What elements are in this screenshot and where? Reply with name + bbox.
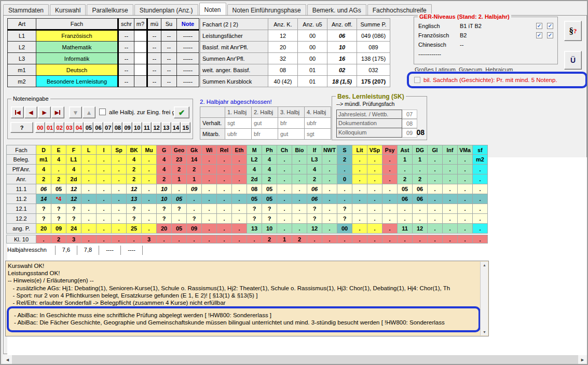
grade-cell-112-Rel[interactable]: . bbox=[217, 194, 232, 204]
grade-cell-112-Gl[interactable]: . bbox=[428, 194, 443, 204]
grade-cell-122-D[interactable]: ? bbox=[36, 214, 51, 224]
grade-cell-112-Mu[interactable]: . bbox=[142, 194, 157, 204]
grade-cell-111-I[interactable]: . bbox=[97, 184, 112, 194]
grade-cell-111-NWT[interactable]: . bbox=[322, 184, 337, 194]
grade-cell-121-Geo[interactable]: ? bbox=[172, 204, 187, 214]
grade-cell-111-Psy[interactable]: . bbox=[382, 184, 398, 194]
grade-cell-121-F[interactable]: ? bbox=[66, 204, 81, 214]
grade-cell-121-E[interactable]: ? bbox=[51, 204, 66, 214]
subject-name-cell[interactable]: Deutsch bbox=[36, 64, 118, 76]
grade-cell-111-S[interactable]: . bbox=[337, 184, 352, 194]
grade-button-12[interactable]: 12 bbox=[152, 122, 161, 133]
grade-cell-121-Mu[interactable]: . bbox=[142, 204, 157, 214]
grade-button-14[interactable]: 14 bbox=[171, 122, 181, 133]
grade-button-13[interactable]: 13 bbox=[161, 122, 171, 133]
grade-cell-122-M[interactable]: ? bbox=[247, 214, 262, 224]
grade-cell-111-Eth[interactable]: . bbox=[232, 184, 247, 194]
oral-exam-cell[interactable]: -- bbox=[147, 53, 161, 64]
grade-cell-111-Gk[interactable]: 09 bbox=[187, 184, 202, 194]
ger-checkbox[interactable]: ✓ bbox=[536, 23, 542, 29]
grade-cell-122-Bio[interactable]: . bbox=[292, 214, 307, 224]
oral-exam-cell[interactable]: -- bbox=[147, 76, 161, 87]
grade-cell-121-DG[interactable]: . bbox=[413, 204, 428, 214]
grade-cell-111-sf[interactable]: . bbox=[473, 184, 488, 194]
grade-cell-121-BK[interactable]: ? bbox=[127, 204, 142, 214]
grade-cell-122-Ph[interactable]: ? bbox=[262, 214, 277, 224]
tab-stundenplan-anz-[interactable]: Stundenplan (Anz.) bbox=[134, 4, 198, 15]
oral-question-cell[interactable] bbox=[134, 64, 147, 76]
grade-cell-112-I[interactable]: . bbox=[97, 194, 112, 204]
grade-cell-111-Wi[interactable]: . bbox=[202, 184, 217, 194]
grade-cell-122-Wi[interactable]: . bbox=[202, 214, 217, 224]
ger-checkbox[interactable]: ✓ bbox=[547, 23, 553, 29]
scroll-left-icon[interactable]: ◄ bbox=[3, 355, 12, 364]
grade-cell-111-L[interactable]: . bbox=[81, 184, 97, 194]
grade-cell-121-Gk[interactable]: . bbox=[187, 204, 202, 214]
grade-button-02[interactable]: 02 bbox=[54, 122, 64, 133]
bilingual-subject-checkbox[interactable] bbox=[414, 77, 420, 83]
nav-last-icon[interactable]: ▶ bbox=[51, 106, 64, 118]
grade-cell-121-G[interactable]: ? bbox=[157, 204, 172, 214]
grade-cell-121-Ph[interactable]: ? bbox=[262, 204, 277, 214]
subject-name-cell[interactable]: Mathematik bbox=[36, 42, 118, 53]
grade-cell-122-Lit[interactable]: . bbox=[352, 214, 367, 224]
grade-cell-112-Bio[interactable]: . bbox=[292, 194, 307, 204]
grade-cell-121-Sp[interactable]: . bbox=[112, 204, 127, 214]
grade-cell-111-Geo[interactable]: . bbox=[172, 184, 187, 194]
grade-cell-111-DG[interactable]: 06 bbox=[413, 184, 428, 194]
grade-cell-111-Inf[interactable]: . bbox=[443, 184, 458, 194]
grade-cell-112-Psy[interactable]: . bbox=[382, 194, 398, 204]
grade-help-button[interactable]: ? bbox=[10, 122, 33, 133]
grade-cell-111-Lit[interactable]: . bbox=[352, 184, 367, 194]
grade-cell-122-sf[interactable]: . bbox=[473, 214, 488, 224]
subject-name-cell[interactable]: Besondere Lernleistung bbox=[36, 76, 118, 87]
grade-cell-122-If[interactable]: ? bbox=[307, 214, 322, 224]
nav-first-icon[interactable]: ◀ bbox=[11, 106, 24, 118]
move-up-icon[interactable]: ▲ bbox=[83, 106, 95, 118]
nav-next-icon[interactable]: ▶ bbox=[38, 106, 51, 118]
grade-button-00[interactable]: 00 bbox=[35, 122, 45, 133]
grade-cell-121-Ch[interactable]: . bbox=[277, 204, 292, 214]
grade-cell-111-Mu[interactable]: . bbox=[142, 184, 157, 194]
grade-cell-112-Wi[interactable]: . bbox=[202, 194, 217, 204]
grade-cell-112-Eth[interactable]: . bbox=[232, 194, 247, 204]
tab-kurswahl[interactable]: Kurswahl bbox=[50, 4, 86, 15]
horizontal-scrollbar[interactable]: ◄ ► bbox=[3, 355, 587, 364]
grade-cell-112-S[interactable]: . bbox=[337, 194, 352, 204]
grade-cell-112-If[interactable]: 06 bbox=[307, 194, 322, 204]
grade-button-10[interactable]: 10 bbox=[132, 122, 142, 133]
grade-button-05[interactable]: 05 bbox=[84, 122, 93, 133]
grade-cell-122-L[interactable]: . bbox=[81, 214, 97, 224]
scroll-down-icon[interactable]: ▼ bbox=[481, 329, 488, 335]
grade-cell-121-sf[interactable]: . bbox=[473, 204, 488, 214]
grade-cell-122-Ch[interactable]: . bbox=[277, 214, 292, 224]
subject-name-cell[interactable]: Französisch bbox=[36, 30, 118, 42]
grade-cell-121-Wi[interactable]: . bbox=[202, 204, 217, 214]
grade-cell-111-Bio[interactable]: . bbox=[292, 184, 307, 194]
grade-cell-112-Ph[interactable]: 05 bbox=[262, 194, 277, 204]
grade-cell-111-D[interactable]: 06 bbox=[36, 184, 51, 194]
oral-question-cell[interactable] bbox=[134, 76, 147, 87]
oral-exam-cell[interactable]: -- bbox=[147, 30, 161, 42]
grade-cell-111-Ast[interactable]: 05 bbox=[398, 184, 413, 194]
grade-cell-112-Geo[interactable]: 05 bbox=[172, 194, 187, 204]
grade-button-09[interactable]: 09 bbox=[122, 122, 132, 133]
scroll-up-icon[interactable]: ▲ bbox=[481, 262, 488, 268]
grade-cell-121-D[interactable]: ? bbox=[36, 204, 51, 214]
oral-question-cell[interactable] bbox=[134, 42, 147, 53]
grade-cell-111-VMa[interactable]: . bbox=[458, 184, 473, 194]
grade-cell-121-Lit[interactable]: . bbox=[352, 204, 367, 214]
grade-cell-122-NWT[interactable]: . bbox=[322, 214, 337, 224]
grade-cell-121-S[interactable]: ? bbox=[337, 204, 352, 214]
grade-cell-122-Gk[interactable]: ? bbox=[187, 214, 202, 224]
grade-cell-111-Rel[interactable]: . bbox=[217, 184, 232, 194]
grade-cell-122-I[interactable]: . bbox=[97, 214, 112, 224]
oral-question-cell[interactable] bbox=[134, 30, 147, 42]
ger-checkbox[interactable]: ✓ bbox=[547, 32, 553, 38]
grade-cell-122-Sp[interactable]: . bbox=[112, 214, 127, 224]
grade-cell-121-Psy[interactable]: . bbox=[382, 204, 398, 214]
grade-cell-111-Ch[interactable]: . bbox=[277, 184, 292, 194]
grade-cell-121-Gl[interactable]: . bbox=[428, 204, 443, 214]
grade-cell-121-If[interactable]: ? bbox=[307, 204, 322, 214]
grade-button-04[interactable]: 04 bbox=[74, 122, 84, 133]
